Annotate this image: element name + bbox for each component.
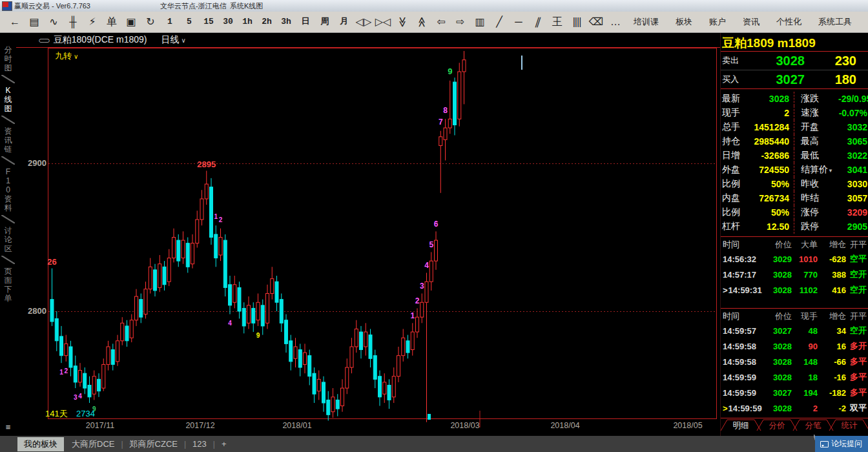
tf-15min[interactable]: 15: [199, 12, 218, 32]
candlestick-chart[interactable]: 29002800262895123491249123456789141天2734…: [16, 48, 720, 436]
sidebar-tab-1[interactable]: K线图: [0, 84, 16, 115]
order-panel-icon[interactable]: 单: [102, 12, 121, 32]
quote-list-icon[interactable]: ▤: [25, 12, 44, 32]
double-up-icon[interactable]: ≪: [412, 12, 431, 32]
detail-tab-2[interactable]: 分笔: [805, 421, 822, 430]
expand-horizontal-icon[interactable]: ◁▷: [354, 12, 373, 32]
sidebar-tab-2[interactable]: 资讯链: [0, 125, 16, 156]
axis-marks-icon[interactable]: 王: [548, 12, 567, 32]
tf-day[interactable]: 日: [296, 12, 315, 32]
quote-row-7: 内盘726734昨结3057: [721, 191, 868, 205]
menu-6[interactable]: 帮助: [860, 12, 868, 32]
refresh-icon[interactable]: ↻: [141, 12, 160, 32]
board-tab-4[interactable]: +: [215, 438, 233, 450]
line-chart-icon[interactable]: ∿: [44, 12, 63, 32]
panel-list-icon[interactable]: ≡: [0, 422, 16, 432]
tf-1min[interactable]: 1: [160, 12, 180, 32]
chart-annotation: 2: [415, 296, 420, 305]
cell-price: 3027: [762, 326, 792, 336]
candle-body: [60, 336, 63, 356]
tick-row: 14:59:5830289016多开: [721, 338, 868, 354]
quote-field-value: -0.07%: [838, 108, 867, 118]
quote-field-value: -32686: [748, 150, 789, 161]
candle-body: [55, 318, 58, 340]
page-name-label: 系统K线图: [230, 1, 263, 11]
candle-body: [154, 270, 157, 291]
page-left-icon[interactable]: ⇦: [431, 12, 451, 32]
grid-lines-icon[interactable]: ||||: [567, 12, 586, 32]
link-icon[interactable]: ⊂⊃: [38, 36, 48, 45]
menu-3[interactable]: 资讯: [734, 12, 768, 32]
candle-body: [242, 308, 245, 325]
parallel-lines-icon[interactable]: ∥: [525, 12, 551, 32]
flash-order-icon[interactable]: ⚡: [83, 12, 102, 32]
candle-body: [341, 388, 344, 406]
cell-open-close: 多开: [846, 340, 868, 352]
sidebar-tab-4[interactable]: 讨论区: [0, 224, 16, 255]
board-tab-0[interactable]: 我的板块: [17, 437, 64, 451]
candle-body: [271, 279, 274, 294]
candle-chart-icon[interactable]: ╫: [63, 12, 83, 32]
ask-volume: 230: [805, 54, 856, 68]
candle-body: [313, 373, 316, 394]
detail-tabs[interactable]: 明细分价分笔统计: [721, 418, 868, 431]
board-tab-3[interactable]: 123: [186, 438, 213, 450]
page-right-icon[interactable]: ⇨: [451, 12, 470, 32]
quote-row-8: 比例50%涨停3209: [721, 205, 868, 220]
bid-row[interactable]: 买入 3027 180: [721, 70, 868, 88]
divider: [794, 106, 798, 120]
candle-body: [65, 344, 68, 355]
big-order-header: 时间价位大单增仓开平: [721, 238, 868, 251]
low-price-label: 2734: [76, 409, 95, 418]
ask-row[interactable]: 卖出 3028 230: [721, 52, 868, 70]
menu-5[interactable]: 系统工具: [810, 12, 860, 32]
period-dropdown[interactable]: 日线∨: [161, 34, 186, 46]
back-icon[interactable]: ←: [5, 12, 25, 32]
menu-2[interactable]: 账户: [701, 12, 734, 32]
candle-body: [83, 373, 87, 388]
candle-body: [252, 308, 255, 323]
detail-tab-3[interactable]: 统计: [842, 421, 858, 430]
tab-divider: [1, 256, 15, 264]
cell-time: >14:59:59: [721, 404, 762, 413]
tf-5min[interactable]: 5: [180, 12, 199, 32]
chart-annotation: 1: [59, 369, 63, 376]
sidebar-tab-0[interactable]: 分时图: [0, 43, 16, 74]
candle-body: [102, 364, 105, 388]
sidebar-tab-5[interactable]: 页面下单: [0, 265, 16, 305]
detail-tab-1[interactable]: 分价: [769, 421, 786, 430]
cell-volume: 1010: [792, 254, 818, 264]
divider: [794, 191, 798, 205]
tf-1h[interactable]: 1h: [238, 12, 257, 32]
trend-line-icon[interactable]: ╱: [490, 12, 509, 32]
board-tab-2[interactable]: 郑商所CZCE: [123, 437, 184, 451]
candle-body: [111, 350, 114, 365]
tf-month[interactable]: 月: [335, 12, 354, 32]
tf-2h[interactable]: 2h: [257, 12, 276, 32]
app-logo-icon: [2, 1, 12, 11]
tf-3h[interactable]: 3h: [276, 12, 296, 32]
menu-0[interactable]: 培训课: [625, 12, 667, 32]
save-icon[interactable]: ▣: [121, 12, 141, 32]
cell-open-close: 多平: [846, 356, 868, 367]
tf-30min[interactable]: 30: [218, 12, 238, 32]
column-header: 价位: [762, 311, 792, 322]
sidebar-tab-3[interactable]: F10资料: [0, 165, 16, 214]
double-down-icon[interactable]: ≫: [393, 12, 412, 32]
title-bar: 赢顺云交易 - Ver6.7.763 文华云节点-浙江电信 系统K线图: [0, 0, 868, 12]
tf-week[interactable]: 周: [315, 12, 335, 32]
candle-body: [416, 317, 419, 332]
caret-down-icon[interactable]: ▼: [828, 168, 833, 174]
cell-open-close: 空开: [846, 269, 868, 280]
layout-icon[interactable]: ▥: [470, 12, 490, 32]
menu-1[interactable]: 板块: [667, 12, 701, 32]
menu-4[interactable]: 个性化: [768, 12, 810, 32]
board-tab-1[interactable]: 大商所DCE: [65, 437, 121, 451]
forum-button[interactable]: 论坛提问: [815, 436, 868, 452]
more-tools-icon[interactable]: …: [606, 12, 625, 32]
compress-horizontal-icon[interactable]: ▷◁: [373, 12, 393, 32]
cell-price: 3028: [762, 404, 792, 413]
detail-tab-0[interactable]: 明细: [733, 421, 749, 430]
eraser-icon[interactable]: ⌫: [586, 12, 606, 32]
candle-body: [233, 285, 236, 302]
